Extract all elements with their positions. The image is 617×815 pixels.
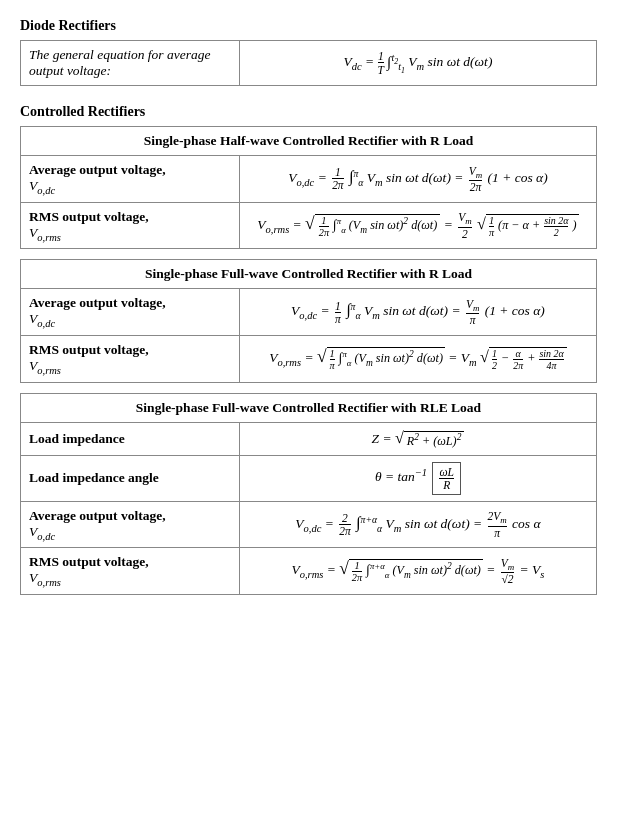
rle-z-row: Load impedance Z = √R2 + (ωL)2 [21,422,597,455]
rle-table: Single-phase Full-wave Controlled Rectif… [20,393,597,595]
rle-vrms-formula: Vo,rms = √ 1 2π ∫π+αα (Vm sin ωt)2 d(ωt)… [239,548,596,595]
rle-theta-row: Load impedance angle θ = tan−1 ωL R [21,455,597,501]
fullwave-r-header-row: Single-phase Full-wave Controlled Rectif… [21,260,597,289]
halfwave-r-vavg-row: Average output voltage, Vo,dc Vo,dc = 1 … [21,156,597,203]
diode-formula-text: Vdc = 1 T ∫t2t1 Vm sin ωt d(ωt) [344,54,493,69]
fullwave-r-vrms-row: RMS output voltage, Vo,rms Vo,rms = √ 1 … [21,336,597,383]
halfwave-r-header: Single-phase Half-wave Controlled Rectif… [21,127,597,156]
diode-title: Diode Rectifiers [20,18,597,34]
fullwave-r-vavg-label: Average output voltage, Vo,dc [21,289,240,336]
fullwave-r-vavg-var: Vo,dc [29,311,55,326]
controlled-title: Controlled Rectifiers [20,104,597,120]
fullwave-r-header: Single-phase Full-wave Controlled Rectif… [21,260,597,289]
halfwave-r-header-row: Single-phase Half-wave Controlled Rectif… [21,127,597,156]
fullwave-r-table: Single-phase Full-wave Controlled Rectif… [20,259,597,382]
halfwave-r-vavg-formula: Vo,dc = 1 2π ∫πα Vm sin ωt d(ωt) = Vm 2π… [239,156,596,203]
rle-theta-label: Load impedance angle [21,455,240,501]
fullwave-r-vrms-var: Vo,rms [29,358,61,373]
fullwave-r-vrms-label: RMS output voltage, Vo,rms [21,336,240,383]
halfwave-r-vavg-label: Average output voltage, Vo,dc [21,156,240,203]
diode-table: The general equation for average output … [20,40,597,86]
rle-vavg-formula: Vo,dc = 2 2π ∫π+αα Vm sin ωt d(ωt) = 2Vm… [239,501,596,548]
fullwave-r-vavg-row: Average output voltage, Vo,dc Vo,dc = 1 … [21,289,597,336]
diode-section: Diode Rectifiers The general equation fo… [20,18,597,86]
fullwave-r-vavg-formula: Vo,dc = 1 π ∫πα Vm sin ωt d(ωt) = Vm π (… [239,289,596,336]
rle-vrms-var: Vo,rms [29,570,61,585]
rle-z-label: Load impedance [21,422,240,455]
halfwave-r-table: Single-phase Half-wave Controlled Rectif… [20,126,597,249]
halfwave-r-vrms-row: RMS output voltage, Vo,rms Vo,rms = √ 1 … [21,202,597,249]
halfwave-r-vrms-formula: Vo,rms = √ 1 2π ∫πα (Vm sin ωt)2 d(ωt) =… [239,202,596,249]
diode-formula: Vdc = 1 T ∫t2t1 Vm sin ωt d(ωt) [239,41,596,86]
rle-vavg-row: Average output voltage, Vo,dc Vo,dc = 2 … [21,501,597,548]
rle-vavg-var: Vo,dc [29,524,55,539]
fullwave-r-vrms-formula: Vo,rms = √ 1 π ∫πα (Vm sin ωt)2 d(ωt) = … [239,336,596,383]
halfwave-r-vrms-var: Vo,rms [29,225,61,240]
halfwave-r-vrms-label: RMS output voltage, Vo,rms [21,202,240,249]
rle-header-row: Single-phase Full-wave Controlled Rectif… [21,393,597,422]
rle-theta-formula: θ = tan−1 ωL R [239,455,596,501]
rle-header: Single-phase Full-wave Controlled Rectif… [21,393,597,422]
controlled-section: Controlled Rectifiers Single-phase Half-… [20,104,597,595]
rle-vrms-label: RMS output voltage, Vo,rms [21,548,240,595]
rle-vavg-label: Average output voltage, Vo,dc [21,501,240,548]
halfwave-r-vavg-var: Vo,dc [29,178,55,193]
diode-row: The general equation for average output … [21,41,597,86]
diode-label: The general equation for average output … [21,41,240,86]
rle-vrms-row: RMS output voltage, Vo,rms Vo,rms = √ 1 … [21,548,597,595]
rle-z-formula: Z = √R2 + (ωL)2 [239,422,596,455]
